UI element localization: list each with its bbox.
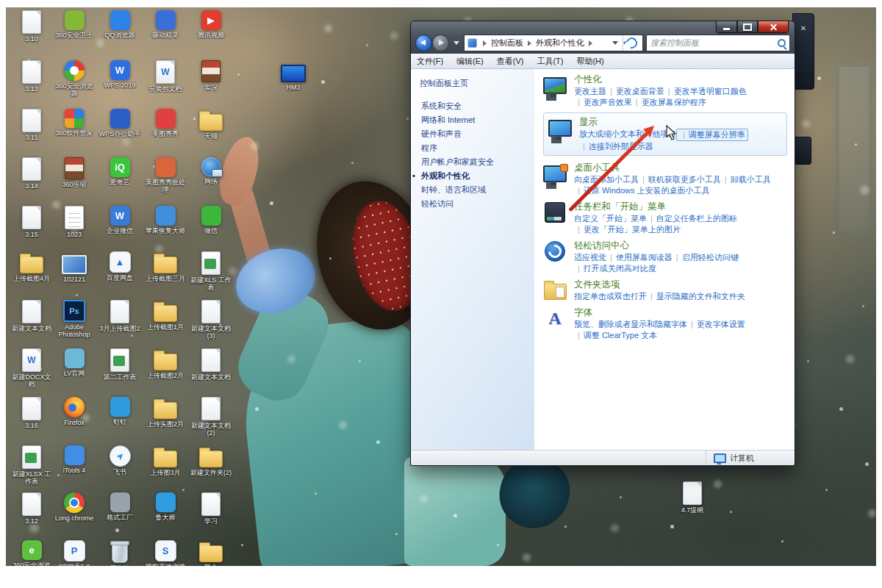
close-icon[interactable]: ✕: [793, 24, 814, 32]
desktop-icon[interactable]: 新建文本文档: [10, 300, 53, 332]
desktop-icon[interactable]: 上传截图4月: [10, 251, 53, 282]
desktop-icon[interactable]: 鲁大师: [144, 492, 187, 521]
desktop-icon[interactable]: 美图秀秀: [144, 109, 187, 137]
desktop-icon[interactable]: 学习: [190, 492, 232, 525]
desktop-icon[interactable]: P PP助手5.0: [53, 540, 96, 566]
menu-item[interactable]: 文件(F): [417, 56, 443, 67]
sidebar-item[interactable]: 时钟、语言和区域: [420, 184, 534, 195]
close-button[interactable]: [758, 21, 789, 33]
desktop-icon[interactable]: WPS办公助手: [98, 109, 141, 137]
sidebar-home-link[interactable]: 控制面板主页: [420, 78, 534, 89]
desktop-icon[interactable]: 3.16: [10, 397, 53, 429]
desktop-icon[interactable]: 3.11: [10, 109, 53, 141]
address-dropdown-icon[interactable]: [612, 41, 618, 45]
desktop-icon[interactable]: W 安装包文档: [144, 60, 187, 93]
desktop-icon[interactable]: 360软件管家: [53, 109, 96, 137]
maximize-button[interactable]: [737, 21, 758, 33]
menu-item[interactable]: 编辑(E): [456, 56, 484, 67]
task-link[interactable]: 自定义「开始」菜单: [574, 213, 647, 224]
task-link[interactable]: 更改声音效果: [574, 97, 632, 108]
section-title[interactable]: 文件夹选项: [574, 279, 790, 291]
desktop-icon[interactable]: 聚合: [190, 540, 232, 566]
breadcrumb[interactable]: 控制面板 外观和个性化: [464, 35, 643, 51]
breadcrumb-appearance-personalization[interactable]: 外观和个性化: [536, 37, 584, 49]
section-title[interactable]: 轻松访问中心: [574, 240, 790, 252]
task-link[interactable]: 更改半透明窗口颜色: [664, 86, 747, 97]
search-input[interactable]: 搜索控制面板: [646, 35, 790, 51]
task-link[interactable]: 显示隐藏的文件和文件夹: [647, 291, 745, 302]
desktop-icon[interactable]: QQ浏览器: [98, 10, 141, 39]
desktop-icon[interactable]: 苹果恢复大师: [144, 206, 187, 234]
sidebar-item[interactable]: 用户帐户和家庭安全: [420, 157, 534, 167]
task-link[interactable]: 使用屏幕阅读器: [606, 252, 673, 263]
task-link[interactable]: 连接到外部显示器: [579, 141, 653, 152]
desktop-icon[interactable]: 回收站: [98, 540, 141, 566]
task-link[interactable]: 更改屏幕保护程序: [632, 97, 706, 108]
breadcrumb-control-panel[interactable]: 控制面板: [491, 37, 523, 49]
task-link[interactable]: 指定单击或双击打开: [574, 291, 647, 302]
desktop-icon[interactable]: 上传截图2月: [144, 348, 187, 379]
desktop-icon[interactable]: 新建文本文档: [190, 348, 232, 381]
desktop-icon[interactable]: 3.14: [10, 157, 53, 190]
desktop-icon[interactable]: 3月上传截图2: [98, 300, 141, 332]
desktop-icon[interactable]: ➤ 飞书: [98, 445, 141, 476]
desktop-icon[interactable]: HM3: [272, 60, 315, 91]
desktop-icon[interactable]: 上传截图三月: [144, 251, 187, 282]
desktop-icon[interactable]: 102121: [53, 251, 96, 283]
task-link[interactable]: 放大或缩小文本和其他项目: [579, 129, 676, 141]
task-link[interactable]: 更改字体设置: [687, 319, 745, 330]
desktop-icon[interactable]: S 搜狗高速浏览器: [144, 540, 187, 566]
desktop-icon[interactable]: 上传截图1月: [144, 300, 187, 331]
desktop-icon[interactable]: 微信: [190, 206, 232, 234]
refresh-button[interactable]: [623, 35, 639, 51]
task-link[interactable]: 卸载小工具: [721, 174, 771, 185]
sidebar-item[interactable]: 外观和个性化: [420, 171, 534, 181]
sidebar-item[interactable]: 网络和 Internet: [420, 115, 534, 125]
section-title[interactable]: 个性化: [574, 74, 790, 86]
titlebar[interactable]: 控制面板 外观和个性化 搜索控制面板: [411, 21, 795, 54]
task-link[interactable]: 更改桌面背景: [606, 86, 664, 97]
desktop-icon[interactable]: 新建XLSX 工作表: [10, 445, 53, 486]
desktop-icon[interactable]: 上传图3月: [144, 445, 187, 476]
desktop-icon[interactable]: W 新建DOCX文档: [10, 348, 53, 389]
desktop-icon[interactable]: 1023: [53, 206, 96, 238]
minimize-button[interactable]: [716, 21, 737, 33]
desktop-icon[interactable]: 天猫: [190, 109, 232, 140]
desktop-icon[interactable]: 上传头图2月: [144, 397, 187, 428]
desktop-icon[interactable]: 实况: [190, 60, 232, 91]
forward-button[interactable]: [432, 35, 449, 51]
desktop-icon[interactable]: 驱动精灵: [144, 10, 187, 39]
sidebar-item[interactable]: 轻松访问: [420, 198, 534, 209]
task-link[interactable]: 更改「开始」菜单上的图片: [574, 224, 681, 235]
desktop-icon[interactable]: iQ 爱奇艺: [98, 157, 141, 186]
task-link[interactable]: 启用轻松访问键: [673, 252, 739, 263]
section-title[interactable]: 任务栏和「开始」菜单: [574, 201, 790, 213]
desktop-icon[interactable]: W 企业微信: [98, 206, 141, 234]
desktop-icon[interactable]: 钉钉: [98, 397, 141, 426]
desktop-icon[interactable]: iTools 4: [53, 445, 96, 474]
desktop-icon[interactable]: Long.chrome: [53, 492, 96, 522]
desktop-icon[interactable]: 新建文件夹(2): [190, 445, 232, 476]
section-title[interactable]: 显示: [579, 116, 782, 129]
sidebar-item[interactable]: 硬件和声音: [420, 129, 534, 139]
menu-item[interactable]: 查看(V): [497, 56, 524, 67]
desktop-icon[interactable]: 3.12: [10, 492, 53, 525]
desktop-icon[interactable]: W WPS 2019: [98, 60, 141, 89]
task-link[interactable]: 自定义任务栏上的图标: [647, 213, 737, 224]
desktop-icon[interactable]: 360安全浏览器: [53, 60, 96, 98]
menu-item[interactable]: 帮助(H): [576, 56, 603, 67]
desktop-icon[interactable]: e 360安全浏览器: [10, 540, 53, 566]
desktop-icon[interactable]: Firefox: [53, 397, 96, 426]
task-link[interactable]: 调整屏幕分辨率: [676, 129, 748, 141]
desktop-icon[interactable]: 美图秀秀批处理: [144, 157, 187, 194]
desktop-icon[interactable]: 360压缩: [53, 157, 96, 188]
desktop-icon[interactable]: 第二工作表: [98, 348, 141, 381]
desktop-icon[interactable]: 360安全卫士: [53, 10, 96, 39]
menu-item[interactable]: 工具(T): [537, 56, 563, 67]
sidebar-item[interactable]: 程序: [420, 143, 534, 153]
desktop-icon[interactable]: 网络: [190, 157, 232, 185]
desktop-icon[interactable]: Ps Adobe Photoshop CS6: [53, 300, 96, 340]
desktop-icon[interactable]: 新建文本文档(2): [190, 397, 232, 437]
task-link[interactable]: 预览、删除或者显示和隐藏字体: [574, 319, 687, 330]
desktop-icon[interactable]: 3.13: [10, 60, 53, 93]
